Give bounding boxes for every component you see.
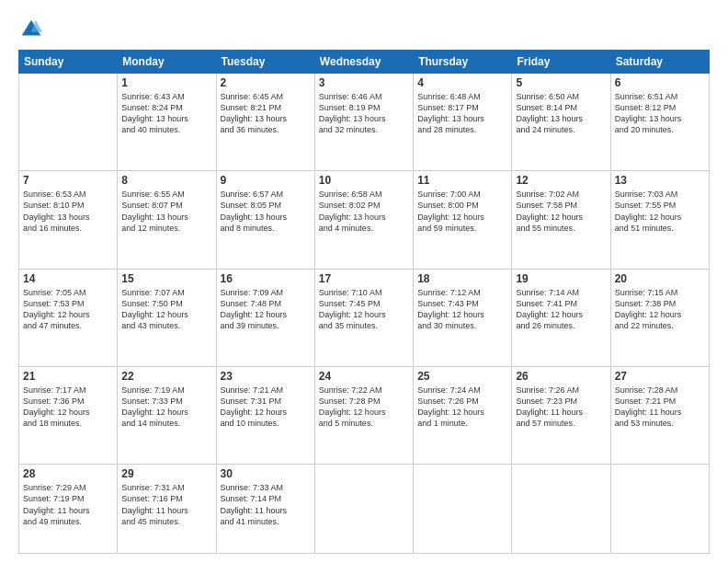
- cell-3-1: 14Sunrise: 7:05 AMSunset: 7:53 PMDayligh…: [19, 269, 118, 366]
- day-number: 23: [221, 370, 311, 383]
- cell-content: Sunrise: 7:09 AMSunset: 7:48 PMDaylight:…: [221, 287, 311, 332]
- cell-5-1: 28Sunrise: 7:29 AMSunset: 7:19 PMDayligh…: [19, 465, 118, 554]
- cell-content: Sunrise: 7:33 AMSunset: 7:14 PMDaylight:…: [221, 482, 311, 527]
- cell-1-7: 6Sunrise: 6:51 AMSunset: 8:12 PMDaylight…: [610, 74, 709, 171]
- day-number: 9: [221, 174, 311, 187]
- col-header-sunday: Sunday: [19, 51, 118, 74]
- page: SundayMondayTuesdayWednesdayThursdayFrid…: [0, 0, 728, 563]
- cell-content: Sunrise: 6:51 AMSunset: 8:12 PMDaylight:…: [615, 91, 705, 136]
- cell-1-4: 3Sunrise: 6:46 AMSunset: 8:19 PMDaylight…: [314, 74, 413, 171]
- day-number: 20: [615, 272, 705, 285]
- header-row: SundayMondayTuesdayWednesdayThursdayFrid…: [19, 51, 710, 74]
- day-number: 6: [615, 76, 705, 89]
- day-number: 3: [319, 76, 409, 89]
- week-row-2: 7Sunrise: 6:53 AMSunset: 8:10 PMDaylight…: [19, 171, 710, 269]
- day-number: 2: [221, 76, 311, 89]
- cell-content: Sunrise: 6:46 AMSunset: 8:19 PMDaylight:…: [319, 91, 409, 136]
- cell-5-2: 29Sunrise: 7:31 AMSunset: 7:16 PMDayligh…: [118, 465, 216, 554]
- day-number: 8: [121, 174, 211, 187]
- cell-2-7: 13Sunrise: 7:03 AMSunset: 7:55 PMDayligh…: [610, 171, 709, 269]
- cell-4-5: 25Sunrise: 7:24 AMSunset: 7:26 PMDayligh…: [414, 366, 512, 464]
- cell-content: Sunrise: 7:24 AMSunset: 7:26 PMDaylight:…: [417, 385, 507, 430]
- day-number: 12: [516, 174, 606, 187]
- cell-1-3: 2Sunrise: 6:45 AMSunset: 8:21 PMDaylight…: [216, 74, 314, 171]
- cell-4-3: 23Sunrise: 7:21 AMSunset: 7:31 PMDayligh…: [216, 366, 314, 464]
- cell-content: Sunrise: 6:45 AMSunset: 8:21 PMDaylight:…: [221, 91, 311, 136]
- cell-content: Sunrise: 6:57 AMSunset: 8:05 PMDaylight:…: [221, 189, 311, 234]
- cell-1-2: 1Sunrise: 6:43 AMSunset: 8:24 PMDaylight…: [118, 74, 216, 171]
- cell-4-1: 21Sunrise: 7:17 AMSunset: 7:36 PMDayligh…: [19, 366, 118, 464]
- cell-5-7: [610, 465, 709, 554]
- cell-3-7: 20Sunrise: 7:15 AMSunset: 7:38 PMDayligh…: [610, 269, 709, 366]
- day-number: 29: [121, 467, 211, 480]
- cell-content: Sunrise: 7:15 AMSunset: 7:38 PMDaylight:…: [615, 287, 705, 332]
- cell-content: Sunrise: 7:17 AMSunset: 7:36 PMDaylight:…: [23, 385, 113, 430]
- day-number: 11: [417, 174, 507, 187]
- cell-content: Sunrise: 7:28 AMSunset: 7:21 PMDaylight:…: [615, 385, 705, 430]
- cell-content: Sunrise: 6:58 AMSunset: 8:02 PMDaylight:…: [319, 189, 409, 234]
- cell-content: Sunrise: 7:12 AMSunset: 7:43 PMDaylight:…: [417, 287, 507, 332]
- cell-content: Sunrise: 6:50 AMSunset: 8:14 PMDaylight:…: [516, 91, 606, 136]
- week-row-1: 1Sunrise: 6:43 AMSunset: 8:24 PMDaylight…: [19, 74, 710, 171]
- day-number: 30: [221, 467, 311, 480]
- cell-3-4: 17Sunrise: 7:10 AMSunset: 7:45 PMDayligh…: [314, 269, 413, 366]
- day-number: 25: [417, 370, 507, 383]
- col-header-tuesday: Tuesday: [216, 51, 314, 74]
- day-number: 17: [319, 272, 409, 285]
- day-number: 5: [516, 76, 606, 89]
- day-number: 13: [615, 174, 705, 187]
- cell-2-1: 7Sunrise: 6:53 AMSunset: 8:10 PMDaylight…: [19, 171, 118, 269]
- col-header-saturday: Saturday: [610, 51, 709, 74]
- cell-content: Sunrise: 7:14 AMSunset: 7:41 PMDaylight:…: [516, 287, 606, 332]
- cell-5-6: [512, 465, 610, 554]
- calendar-table: SundayMondayTuesdayWednesdayThursdayFrid…: [18, 50, 710, 554]
- cell-5-3: 30Sunrise: 7:33 AMSunset: 7:14 PMDayligh…: [216, 465, 314, 554]
- cell-3-5: 18Sunrise: 7:12 AMSunset: 7:43 PMDayligh…: [414, 269, 512, 366]
- day-number: 19: [516, 272, 606, 285]
- cell-1-6: 5Sunrise: 6:50 AMSunset: 8:14 PMDaylight…: [512, 74, 610, 171]
- cell-content: Sunrise: 7:19 AMSunset: 7:33 PMDaylight:…: [121, 385, 211, 430]
- day-number: 10: [319, 174, 409, 187]
- cell-content: Sunrise: 7:02 AMSunset: 7:58 PMDaylight:…: [516, 189, 606, 234]
- logo-icon: [18, 17, 44, 42]
- day-number: 27: [615, 370, 705, 383]
- day-number: 24: [319, 370, 409, 383]
- cell-content: Sunrise: 6:43 AMSunset: 8:24 PMDaylight:…: [121, 91, 211, 136]
- cell-3-6: 19Sunrise: 7:14 AMSunset: 7:41 PMDayligh…: [512, 269, 610, 366]
- cell-3-2: 15Sunrise: 7:07 AMSunset: 7:50 PMDayligh…: [118, 269, 216, 366]
- week-row-3: 14Sunrise: 7:05 AMSunset: 7:53 PMDayligh…: [19, 269, 710, 366]
- cell-1-5: 4Sunrise: 6:48 AMSunset: 8:17 PMDaylight…: [414, 74, 512, 171]
- day-number: 14: [23, 272, 113, 285]
- col-header-monday: Monday: [118, 51, 216, 74]
- day-number: 28: [23, 467, 113, 480]
- cell-2-5: 11Sunrise: 7:00 AMSunset: 8:00 PMDayligh…: [414, 171, 512, 269]
- day-number: 21: [23, 370, 113, 383]
- cell-1-1: [19, 74, 118, 171]
- cell-4-4: 24Sunrise: 7:22 AMSunset: 7:28 PMDayligh…: [314, 366, 413, 464]
- cell-content: Sunrise: 7:07 AMSunset: 7:50 PMDaylight:…: [121, 287, 211, 332]
- day-number: 26: [516, 370, 606, 383]
- day-number: 16: [221, 272, 311, 285]
- cell-content: Sunrise: 6:48 AMSunset: 8:17 PMDaylight:…: [417, 91, 507, 136]
- day-number: 15: [121, 272, 211, 285]
- cell-3-3: 16Sunrise: 7:09 AMSunset: 7:48 PMDayligh…: [216, 269, 314, 366]
- day-number: 1: [121, 76, 211, 89]
- day-number: 7: [23, 174, 113, 187]
- cell-4-7: 27Sunrise: 7:28 AMSunset: 7:21 PMDayligh…: [610, 366, 709, 464]
- day-number: 18: [417, 272, 507, 285]
- cell-content: Sunrise: 7:05 AMSunset: 7:53 PMDaylight:…: [23, 287, 113, 332]
- cell-content: Sunrise: 7:31 AMSunset: 7:16 PMDaylight:…: [121, 482, 211, 527]
- week-row-5: 28Sunrise: 7:29 AMSunset: 7:19 PMDayligh…: [19, 465, 710, 554]
- logo: [18, 17, 48, 42]
- cell-content: Sunrise: 7:29 AMSunset: 7:19 PMDaylight:…: [23, 482, 113, 527]
- col-header-friday: Friday: [512, 51, 610, 74]
- cell-content: Sunrise: 7:26 AMSunset: 7:23 PMDaylight:…: [516, 385, 606, 430]
- cell-2-3: 9Sunrise: 6:57 AMSunset: 8:05 PMDaylight…: [216, 171, 314, 269]
- cell-content: Sunrise: 7:10 AMSunset: 7:45 PMDaylight:…: [319, 287, 409, 332]
- cell-content: Sunrise: 6:53 AMSunset: 8:10 PMDaylight:…: [23, 189, 113, 234]
- cell-content: Sunrise: 7:22 AMSunset: 7:28 PMDaylight:…: [319, 385, 409, 430]
- cell-2-4: 10Sunrise: 6:58 AMSunset: 8:02 PMDayligh…: [314, 171, 413, 269]
- cell-content: Sunrise: 7:00 AMSunset: 8:00 PMDaylight:…: [417, 189, 507, 234]
- header: [18, 17, 710, 42]
- col-header-thursday: Thursday: [414, 51, 512, 74]
